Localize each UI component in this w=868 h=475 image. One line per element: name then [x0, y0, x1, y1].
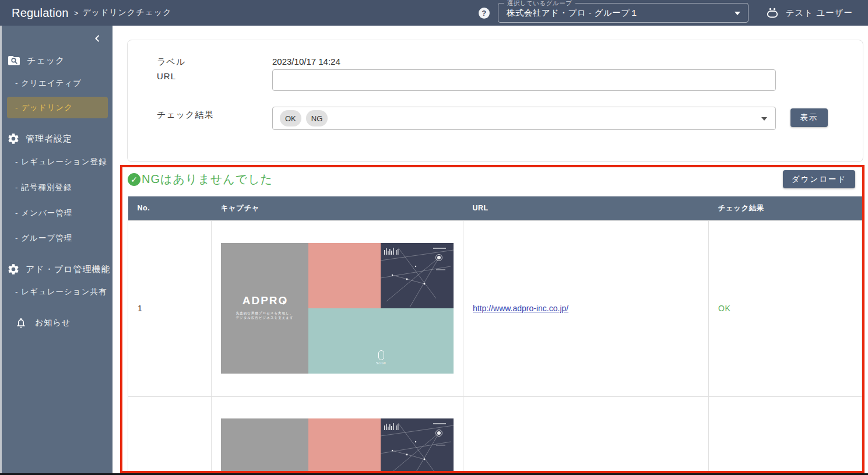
sidebar-section-admin[interactable]: 管理者設定 [7, 132, 72, 145]
scroll-mouse-icon [378, 350, 384, 360]
results-region-highlight: ✓ NGはありませんでした ダウンロード No. キャプチャ URL チェック結… [120, 165, 865, 473]
sidebar-item-regulation-share[interactable]: - レギュレーション共有 [15, 287, 107, 297]
cell-url [463, 396, 709, 473]
table-header-row: No. キャプチャ URL チェック結果 [128, 196, 862, 220]
header-capture: キャプチャ [212, 196, 463, 220]
result-filter-label: チェック結果 [157, 110, 213, 121]
sidebar-item-symbol-register[interactable]: - 記号種別登録 [15, 182, 72, 193]
capture-logo: ADPRO [243, 294, 289, 307]
capture-pink-panel [308, 243, 381, 308]
collapse-sidebar-icon[interactable] [93, 34, 102, 45]
url-field-label: URL [157, 71, 176, 81]
results-table: No. キャプチャ URL チェック結果 1 ADPRO [128, 196, 862, 473]
cell-capture: ADPRO 先進的な業務プロセスを実現し、 デジタル広告ビジネスを支えます [212, 220, 463, 396]
capture-gray-panel [221, 418, 308, 474]
sidebar-section-check[interactable]: チェック [7, 54, 65, 68]
gear-icon [7, 132, 20, 145]
capture-network-image [381, 418, 454, 474]
user-area[interactable]: テスト ユーザー [766, 6, 853, 19]
cell-no [128, 396, 212, 473]
cell-capture [212, 396, 463, 473]
sidebar-item-group-admin[interactable]: - グループ管理 [15, 233, 72, 244]
cell-result [709, 396, 862, 473]
table-row [128, 396, 862, 473]
user-name: テスト ユーザー [786, 8, 853, 19]
capture-gray-panel: ADPRO 先進的な業務プロセスを実現し、 デジタル広告ビジネスを支えます [221, 243, 308, 374]
label-field-label: ラベル [157, 57, 185, 68]
gear-icon [7, 263, 20, 276]
main-content: ラベル 2023/10/17 14:24 URL チェック結果 OK NG 表示… [113, 26, 868, 475]
capture-teal-panel: Scroll [308, 308, 454, 374]
cursor-icon [282, 300, 287, 305]
show-button[interactable]: 表示 [790, 108, 828, 127]
filter-form-card: ラベル 2023/10/17 14:24 URL チェック結果 OK NG 表示 [127, 40, 863, 162]
label-field-value: 2023/10/17 14:24 [272, 57, 340, 66]
app-title: Regulation [12, 6, 69, 20]
group-select-value: 株式会社アド・プロ - グループ１ [507, 8, 639, 19]
sidebar-item-member-admin[interactable]: - メンバー管理 [15, 208, 72, 219]
cell-url: http://www.adpro-inc.co.jp/ [463, 220, 709, 396]
capture-thumbnail[interactable]: ADPRO 先進的な業務プロセスを実現し、 デジタル広告ビジネスを支えます [221, 243, 454, 374]
bell-icon [15, 317, 27, 329]
check-circle-icon: ✓ [128, 173, 140, 186]
result-filter-select[interactable]: OK NG [272, 107, 776, 130]
download-button[interactable]: ダウンロード [783, 170, 855, 188]
header-url: URL [463, 196, 709, 220]
help-icon[interactable]: ? [479, 8, 490, 19]
result-message: ✓ NGはありませんでした [128, 171, 273, 187]
sidebar-item-creative[interactable]: - クリエイティブ [15, 78, 82, 89]
folder-search-icon [7, 54, 21, 68]
robot-icon [766, 6, 779, 19]
capture-tagline-1: 先進的な業務プロセスを実現し、 [236, 311, 293, 315]
scroll-label: Scroll [376, 361, 386, 365]
result-status: OK [718, 304, 730, 313]
top-bar: Regulation > デッドリンクチェック ? 選択しているグループ 株式会… [0, 0, 868, 26]
capture-tagline-2: デジタル広告ビジネスを支えます [236, 315, 293, 320]
cell-result: OK [709, 220, 862, 396]
chip-ng[interactable]: NG [306, 110, 328, 126]
chip-ok[interactable]: OK [280, 110, 301, 126]
cell-no: 1 [128, 220, 212, 396]
capture-pink-panel [308, 418, 381, 474]
header-result: チェック結果 [709, 196, 862, 220]
sidebar: チェック - クリエイティブ - デッドリンク 管理者設定 - レギュレーション… [0, 26, 113, 475]
group-select-label: 選択しているグループ [504, 0, 575, 8]
group-select[interactable]: 選択しているグループ 株式会社アド・プロ - グループ１ [498, 3, 748, 23]
capture-thumbnail[interactable] [221, 418, 454, 474]
breadcrumb-page-title: デッドリンクチェック [82, 8, 171, 18]
sidebar-section-adpro-admin[interactable]: アド・プロ管理機能 [7, 263, 110, 276]
sidebar-item-deadlink-selected[interactable]: - デッドリンク [7, 97, 108, 118]
url-input[interactable] [272, 69, 776, 91]
sidebar-item-regulation-register[interactable]: - レギュレーション登録 [15, 157, 107, 167]
result-url-link[interactable]: http://www.adpro-inc.co.jp/ [473, 304, 568, 313]
sidebar-section-label: チェック [27, 55, 65, 66]
header-no: No. [128, 196, 212, 220]
chevron-down-icon [735, 12, 740, 15]
sidebar-item-news[interactable]: お知らせ [15, 317, 71, 329]
table-row: 1 ADPRO 先進的な業務プロセスを実現し、 デジタル広告ビジネスを支えます [128, 220, 862, 396]
breadcrumb-separator: > [74, 9, 79, 17]
chevron-down-icon [761, 117, 767, 121]
result-message-text: NGはありませんでした [142, 171, 273, 187]
capture-network-image [381, 243, 454, 308]
